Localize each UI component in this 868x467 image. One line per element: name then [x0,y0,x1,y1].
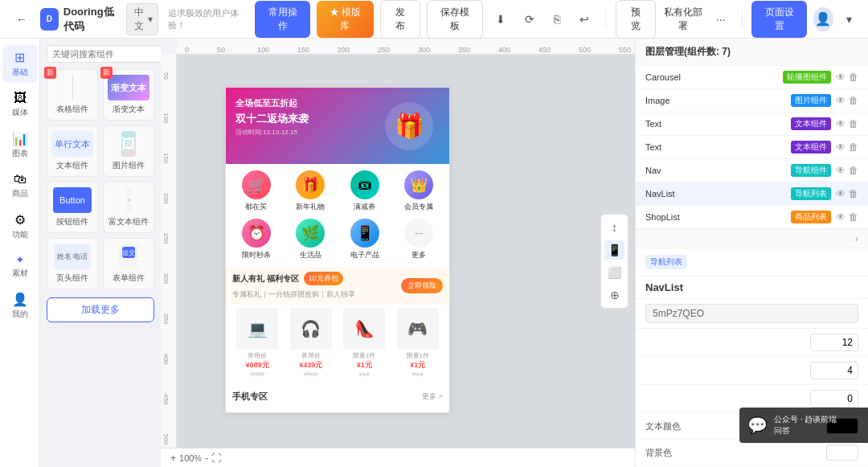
layer-item-carousel[interactable]: Carousel 轮播图组件 👁 🗑 [636,66,868,89]
sidebar-item-function[interactable]: ⚙ 功能 [2,207,38,245]
mobile-section: 手机专区 更多 > [226,384,449,412]
lang-button[interactable]: 中文 ▾ [126,3,158,35]
common-ops-button[interactable]: 常用操作 [255,1,309,38]
zoom-minus[interactable]: - [205,453,208,464]
topbar: ← D Dooring低代码 中文 ▾ 追求极致的用户体验！ 常用操作 ★ 模版… [0,0,868,39]
rich-text-component[interactable]: 富文本组件 [103,182,154,233]
product-item[interactable]: 👠 限量1件 ¥1元 ¥16 [339,308,390,378]
coupon-desc: 专属私礼｜一分钱拼团抢购｜新人独享 [232,290,355,298]
props-num0[interactable] [810,390,858,408]
sidebar-item-product[interactable]: 🛍 商品 [2,167,38,204]
delete-icon[interactable]: 🗑 [849,141,858,153]
zoom-add[interactable]: + [170,453,176,464]
eye-icon[interactable]: 👁 [836,141,845,153]
image-component[interactable]: 🖼 图片组件 [103,125,154,177]
avatar[interactable]: 👤 [813,7,833,31]
sidebar-item-media[interactable]: 🖼 媒体 [2,86,38,123]
wechat-icon: 💬 [747,416,768,435]
props-num12[interactable] [810,334,858,351]
tablet-tool[interactable]: ⬜ [604,263,624,282]
icon-flash: ⏰ 限时秒杀 [232,219,280,260]
props-num4-row [636,357,868,385]
product-price: ¥439元 [299,360,322,371]
sync-button[interactable]: ⟳ [518,10,541,29]
button-label: 按钮组件 [51,216,94,227]
phone-tool[interactable]: 📱 [604,240,624,260]
load-more-button[interactable]: 加载更多 [47,297,154,322]
new-badge: 新 [44,67,56,79]
layer-header: 图层管理(组件数: 7) [636,39,868,66]
delete-icon[interactable]: 🗑 [849,165,858,176]
select-tool[interactable]: ↕ [604,218,624,237]
delete-icon[interactable]: 🗑 [849,95,858,106]
delete-icon[interactable]: 🗑 [849,72,858,83]
props-num4[interactable] [810,362,858,379]
form-icon: 提交 [107,244,150,269]
layer-item-shoplist[interactable]: ShopList 商品列表 👁 🗑 [636,206,868,229]
canvas-content[interactable]: 全场低至五折起 双十二返场来袭 活动时间:12.13-12.15 🎁 🛒 都在买 [177,55,635,467]
undo-button[interactable]: ↩ [573,10,596,29]
gradient-text-component[interactable]: 新 渐变文本 渐变文本 [103,69,154,121]
media-label: 媒体 [12,107,28,118]
fit-screen[interactable]: ⛶ [211,453,221,464]
canvas-page[interactable]: 全场低至五折起 双十二返场来袭 活动时间:12.13-12.15 🎁 🛒 都在买 [225,87,450,413]
eye-icon[interactable]: 👁 [836,211,845,223]
text-component[interactable]: 单行文本 文本组件 [47,125,98,177]
page-settings-button[interactable]: 页面设置 [751,1,806,38]
rich-text-icon [107,187,150,213]
product-item[interactable]: 🎮 限量1件 ¥1元 ¥14 [393,308,444,378]
product-item[interactable]: 💻 券用价 ¥689元 ¥899 [232,308,283,378]
layer-item-text2[interactable]: Text 文本组件 👁 🗑 [636,136,868,159]
layer-list: Carousel 轮播图组件 👁 🗑 Image 图片组件 👁 🗑 [636,66,868,229]
layer-icons: 👁 🗑 [836,95,858,106]
icon-circle: 🎟 [350,170,379,199]
props-id-input[interactable] [645,304,858,323]
sidebar-item-material[interactable]: ✦ 素材 [2,248,38,284]
private-button[interactable]: 私有化部署 [662,6,702,33]
icon-label: 更多 [411,250,426,260]
eye-icon[interactable]: 👁 [836,188,845,199]
template-button[interactable]: ★ 模版库 [317,1,374,38]
preview-button[interactable]: 预览 [616,0,656,39]
delete-icon[interactable]: 🗑 [849,188,858,199]
delete-icon[interactable]: 🗑 [849,118,858,129]
collapse-right-button[interactable]: › [855,233,858,244]
section-header: 手机专区 更多 > [232,391,443,403]
layer-item-nav[interactable]: Nav 导航组件 👁 🗑 [636,159,868,182]
save-template-button[interactable]: 保存模板 [427,0,483,39]
product-item[interactable]: 🎧 券用价 ¥439元 ¥500 [286,308,337,378]
layer-item-navlist[interactable]: NavList 导航列表 👁 🗑 [636,182,868,206]
nav-badge: 导航组件 [791,164,831,177]
layer-item-image[interactable]: Image 图片组件 👁 🗑 [636,89,868,113]
sidebar-item-chart[interactable]: 📊 图表 [2,126,38,164]
layer-name: Nav [645,166,786,175]
back-button[interactable]: ← [10,10,34,29]
table-component[interactable]: 新 表格组件 [47,69,98,121]
icon-label: 新年礼物 [296,202,325,212]
my-icon: 👤 [12,292,28,307]
eye-icon[interactable]: 👁 [836,118,845,129]
eye-icon[interactable]: 👁 [836,72,845,83]
sidebar-item-my[interactable]: 👤 我的 [2,287,38,325]
coupon-button[interactable]: 立即领取 [401,278,443,293]
history-button[interactable]: ⎘ [547,10,567,29]
form-component[interactable]: 提交 表单组件 [103,238,154,289]
more-button[interactable]: ··· [710,10,732,29]
image-preview: 🖼 [121,131,136,157]
publish-button[interactable]: 发布 [380,0,420,39]
avatar-chevron[interactable]: ▾ [840,10,858,29]
search-input[interactable] [47,45,161,63]
add-tool[interactable]: ⊕ [604,285,624,305]
button-component[interactable]: Button 按钮组件 [47,182,98,233]
delete-icon[interactable]: 🗑 [849,211,858,223]
bg-color-swatch[interactable] [826,444,858,461]
layer-item-text1[interactable]: Text 文本组件 👁 🗑 [636,113,868,136]
sidebar-item-basic[interactable]: ⊞ 基础 [2,45,38,83]
rich-text-label: 富文本组件 [107,216,150,227]
eye-icon[interactable]: 👁 [836,95,845,106]
props-title-row: NavList [636,277,868,299]
download-button[interactable]: ⬇ [489,10,512,29]
eye-icon[interactable]: 👁 [836,165,845,176]
header-component[interactable]: 姓名 电话 页头组件 [47,238,98,289]
gradient-label: 渐变文本 [107,104,150,115]
